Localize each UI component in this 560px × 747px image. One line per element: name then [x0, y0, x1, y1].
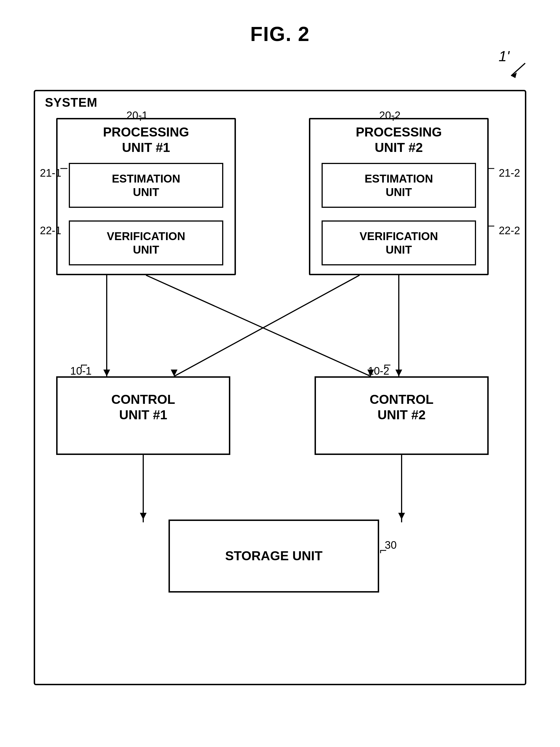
ref-22-1: 22-1	[40, 225, 61, 237]
ref-10-2: 10-2	[368, 365, 389, 377]
figure-title: FIG. 2	[0, 0, 560, 46]
ref-10-1: 10-1	[70, 365, 92, 377]
estimation-unit-1: ESTIMATION UNIT	[69, 163, 223, 208]
estimation-unit-1-label: ESTIMATION UNIT	[112, 172, 180, 199]
svg-marker-1	[511, 73, 517, 78]
proc-unit-1-title: PROCESSING UNIT #1	[57, 119, 234, 155]
estimation-unit-2-label: ESTIMATION UNIT	[364, 172, 433, 199]
ref-21-1: 21-1	[40, 167, 61, 179]
storage-unit: STORAGE UNIT	[169, 519, 379, 593]
verification-unit-2-label: VERIFICATION UNIT	[359, 229, 438, 256]
storage-unit-title: STORAGE UNIT	[225, 548, 323, 564]
ctrl-unit-1-title: CONTROL UNIT #1	[57, 378, 229, 423]
svg-line-0	[511, 63, 525, 76]
verification-unit-1: VERIFICATION UNIT	[69, 221, 223, 265]
ref-22-2: 22-2	[499, 225, 520, 237]
control-unit-2: CONTROL UNIT #2	[314, 376, 489, 455]
processing-unit-2: PROCESSING UNIT #2 ESTIMATION UNIT VERIF…	[309, 118, 489, 275]
control-unit-1: CONTROL UNIT #1	[56, 376, 230, 455]
ctrl-unit-2-title: CONTROL UNIT #2	[316, 378, 487, 423]
processing-unit-1: PROCESSING UNIT #1 ESTIMATION UNIT VERIF…	[56, 118, 236, 275]
verification-unit-1-label: VERIFICATION UNIT	[107, 229, 185, 256]
ref-1-prime: 1'	[499, 48, 509, 65]
ref-21-2: 21-2	[499, 167, 520, 179]
ref-30: 30	[385, 539, 397, 551]
verification-unit-2: VERIFICATION UNIT	[322, 221, 476, 265]
page: FIG. 2 1'	[0, 0, 560, 747]
system-label: SYSTEM	[45, 96, 98, 109]
proc-unit-2-title: PROCESSING UNIT #2	[310, 119, 487, 155]
estimation-unit-2: ESTIMATION UNIT	[322, 163, 476, 208]
